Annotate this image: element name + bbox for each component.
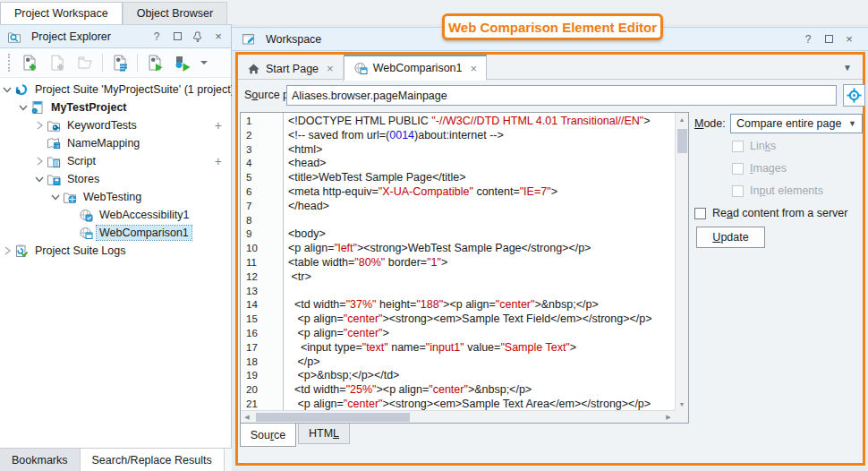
label-pre: Sou (251, 429, 270, 441)
workspace-help-button[interactable]: ? (802, 33, 814, 46)
workspace-close-button[interactable]: × (843, 33, 855, 46)
name-mapping-icon (46, 136, 61, 150)
close-tab-icon[interactable]: × (471, 62, 478, 75)
vertical-scrollbar[interactable]: ▲ ▼ (675, 113, 688, 410)
code-text: </p> (288, 355, 319, 368)
pick-object-button[interactable] (843, 84, 865, 107)
code-text: <p align= (288, 398, 344, 410)
tree-item-project-suite-myprojectsuite-1-project-[interactable]: Project Suite 'MyProjectSuite' (1 projec… (0, 81, 231, 98)
tree-item-script[interactable]: Script+ (0, 152, 231, 170)
label-pre: Lin (750, 140, 765, 152)
code-text: <p>&nbsp;</p></td> (288, 369, 399, 381)
run-project-button[interactable] (144, 52, 166, 73)
tree-item-label: WebAccessibility1 (97, 208, 192, 222)
code-text: content= (473, 185, 520, 198)
view-tab-html[interactable]: HTML (298, 424, 350, 444)
run-project-suite-button[interactable] (172, 52, 193, 73)
code-line: </p> (288, 355, 675, 370)
toolbar-separator (102, 54, 103, 72)
tree-item-label: Project Suite 'MyProjectSuite' (1 projec… (32, 82, 237, 97)
label-accesskey: U (712, 231, 720, 244)
horizontal-scrollbar[interactable]: ◀ ▶ (241, 410, 675, 423)
workspace-icon (241, 32, 256, 47)
bottom-tab-bookmarks[interactable]: Bookmarks (0, 449, 81, 471)
run-dropdown-button[interactable] (200, 58, 208, 67)
code-text: >&nbsp;</p> (468, 383, 532, 396)
script-icon (46, 154, 61, 168)
chevron-collapsed-icon[interactable] (0, 244, 13, 257)
add-child-button[interactable]: + (215, 155, 222, 167)
code-string: "center" (496, 298, 535, 311)
code-text: ><strong><em>Sample Text Area</em></stro… (382, 398, 651, 410)
chevron-expanded-icon[interactable] (32, 173, 46, 185)
code-text: <!-- saved from url=( (288, 129, 389, 141)
source-page-input[interactable] (286, 85, 837, 106)
project-explorer-maximize-button[interactable] (171, 30, 183, 43)
code-line: <body> (288, 227, 675, 242)
tree-item-webtesting[interactable]: WebTesting (0, 188, 231, 206)
code-line: </head> (288, 200, 675, 214)
view-tab-source[interactable]: Source (240, 424, 296, 447)
project-explorer-close-button[interactable]: × (212, 30, 225, 43)
tree-item-namemapping[interactable]: NameMapping (0, 134, 231, 152)
code-text: >&nbsp;</p> (534, 298, 598, 311)
project-explorer-pin-button[interactable] (191, 30, 204, 43)
chevron-expanded-icon[interactable] (48, 191, 62, 203)
scroll-up-icon[interactable]: ▲ (676, 113, 688, 125)
chevron-collapsed-icon[interactable] (32, 155, 46, 167)
add-child-button[interactable]: + (215, 119, 222, 132)
toolbar-separator (137, 54, 138, 72)
label-post: d content from a server (733, 207, 848, 219)
code-line: <!-- saved from url=(0014)about:internet… (288, 129, 675, 143)
line-number: 11 (246, 256, 283, 270)
tree-item-label: Stores (64, 172, 102, 186)
chevron-collapsed-icon[interactable] (32, 119, 46, 132)
code-string: "IE=7" (520, 185, 551, 198)
project-explorer-panel: Project Explorer ?× Project Suite 'MyPro… (0, 24, 232, 448)
code-string: "37%" (346, 298, 377, 311)
checkbox-read-content-from-a-server[interactable]: Read content from a server (694, 207, 847, 219)
tree-item-project-suite-logs[interactable]: Project Suite Logs (0, 242, 231, 260)
horizontal-scroll-thumb[interactable] (256, 413, 410, 422)
scroll-left-icon[interactable]: ◀ (241, 411, 253, 424)
organize-items-button[interactable] (109, 52, 131, 73)
add-project-button[interactable] (19, 52, 40, 73)
line-number-gutter: 123456789101112131415161718192021 (241, 113, 284, 410)
scroll-down-icon[interactable]: ▼ (676, 398, 688, 410)
window-tab-project-workspace[interactable]: Project Workspace (0, 2, 123, 24)
chevron-expanded-icon[interactable] (0, 83, 13, 96)
label-post: ut elements (765, 184, 823, 197)
code-string: "Sample Text" (500, 341, 569, 354)
toolbar-grip[interactable] (8, 54, 11, 72)
mode-dropdown[interactable]: Compare entire page ▼ (730, 114, 863, 133)
vertical-scroll-thumb[interactable] (677, 129, 687, 153)
line-number: 16 (246, 327, 283, 341)
scroll-right-icon[interactable]: ▶ (662, 411, 675, 424)
tree-item-stores[interactable]: Stores (0, 170, 231, 188)
bottom-tab-search-replace-results[interactable]: Search/Replace Results (81, 449, 225, 471)
tab-overflow-icon[interactable]: ▼ (843, 63, 852, 73)
code-line (288, 214, 675, 228)
code-editor[interactable]: 123456789101112131415161718192021 <!DOCT… (240, 112, 689, 424)
editor-tab-webcomparison1[interactable]: WebComparison1× (344, 55, 487, 81)
project-explorer-icon (6, 30, 21, 44)
code-text: > (570, 341, 576, 354)
label-accesskey: L (333, 427, 339, 440)
window-tab-object-browser[interactable]: Object Browser (123, 2, 227, 24)
tree-item-mytestproject[interactable]: MyTestProject (0, 98, 231, 116)
chevron-expanded-icon[interactable] (16, 101, 30, 114)
line-number: 12 (246, 270, 283, 285)
close-tab-icon[interactable]: × (327, 62, 334, 75)
editor-tab-start-page[interactable]: Start Page× (238, 56, 344, 81)
project-explorer-help-button[interactable]: ? (150, 30, 163, 43)
workspace-maximize-button[interactable] (822, 33, 835, 46)
update-button[interactable]: Update (696, 227, 765, 248)
editor-tab-label: WebComparison1 (373, 62, 463, 74)
tree-item-webcomparison1[interactable]: WebComparison1 (0, 224, 231, 242)
checkbox-box[interactable] (694, 208, 706, 219)
tree-item-keywordtests[interactable]: KeywordTests+ (0, 116, 231, 134)
code-line: <p>&nbsp;</p></td> (288, 369, 675, 383)
tree-item-webaccessibility1[interactable]: WebAccessibility1 (0, 206, 231, 224)
checkbox-input-elements: Input elements (732, 184, 823, 197)
web-comparison-editor: Start Page×WebComparison1×▼ Source page:… (235, 52, 865, 466)
